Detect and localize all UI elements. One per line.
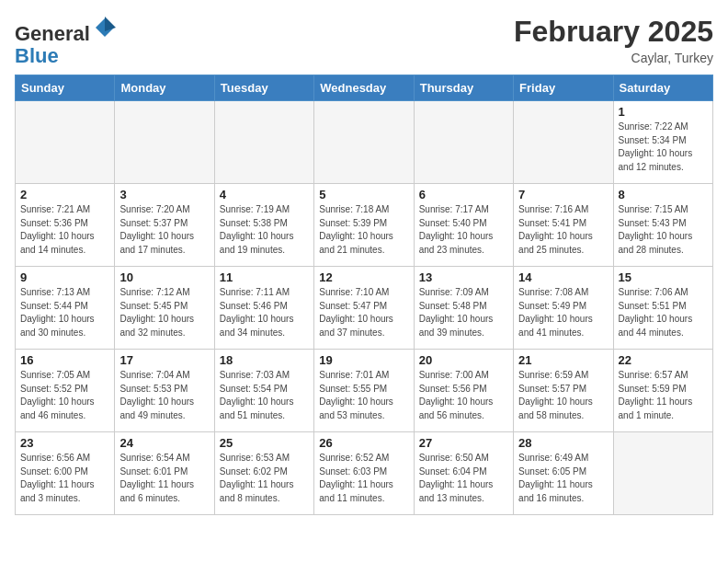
day-info: Sunrise: 7:18 AM Sunset: 5:39 PM Dayligh… — [319, 203, 408, 257]
page-header: General Blue February 2025 Caylar, Turke… — [15, 15, 713, 67]
calendar-day-cell — [16, 101, 115, 184]
day-number: 21 — [518, 353, 608, 367]
calendar-day-cell: 28Sunrise: 6:49 AM Sunset: 6:05 PM Dayli… — [514, 432, 613, 515]
calendar-day-cell: 10Sunrise: 7:12 AM Sunset: 5:45 PM Dayli… — [115, 267, 214, 350]
logo-blue: Blue — [15, 44, 59, 67]
day-number: 9 — [20, 270, 109, 284]
calendar-week-row: 2Sunrise: 7:21 AM Sunset: 5:36 PM Daylig… — [16, 184, 713, 267]
weekday-header-row: SundayMondayTuesdayWednesdayThursdayFrid… — [16, 75, 713, 101]
calendar-day-cell: 15Sunrise: 7:06 AM Sunset: 5:51 PM Dayli… — [613, 267, 712, 350]
weekday-header: Friday — [514, 75, 613, 101]
day-number: 22 — [619, 353, 708, 367]
day-number: 14 — [518, 270, 608, 284]
calendar-week-row: 1Sunrise: 7:22 AM Sunset: 5:34 PM Daylig… — [16, 101, 713, 184]
weekday-header: Monday — [115, 75, 214, 101]
calendar-day-cell: 12Sunrise: 7:10 AM Sunset: 5:47 PM Dayli… — [314, 267, 414, 350]
day-info: Sunrise: 7:08 AM Sunset: 5:49 PM Dayligh… — [518, 286, 608, 339]
calendar-day-cell: 11Sunrise: 7:11 AM Sunset: 5:46 PM Dayli… — [214, 267, 313, 350]
calendar-day-cell — [613, 432, 712, 515]
day-number: 11 — [220, 270, 309, 284]
day-info: Sunrise: 7:00 AM Sunset: 5:56 PM Dayligh… — [419, 369, 508, 422]
calendar-day-cell: 19Sunrise: 7:01 AM Sunset: 5:55 PM Dayli… — [314, 350, 414, 432]
calendar-day-cell: 23Sunrise: 6:56 AM Sunset: 6:00 PM Dayli… — [16, 432, 115, 515]
day-info: Sunrise: 6:53 AM Sunset: 6:02 PM Dayligh… — [220, 452, 309, 505]
day-info: Sunrise: 7:03 AM Sunset: 5:54 PM Dayligh… — [220, 369, 309, 422]
logo: General Blue — [15, 15, 118, 67]
day-info: Sunrise: 7:16 AM Sunset: 5:41 PM Dayligh… — [518, 203, 608, 257]
day-info: Sunrise: 7:11 AM Sunset: 5:46 PM Dayligh… — [220, 286, 309, 339]
location: Caylar, Turkey — [514, 51, 713, 65]
calendar-day-cell: 26Sunrise: 6:52 AM Sunset: 6:03 PM Dayli… — [314, 432, 414, 515]
weekday-header: Wednesday — [314, 75, 414, 101]
calendar-week-row: 9Sunrise: 7:13 AM Sunset: 5:44 PM Daylig… — [16, 267, 713, 350]
day-info: Sunrise: 7:10 AM Sunset: 5:47 PM Dayligh… — [319, 286, 408, 339]
day-info: Sunrise: 6:57 AM Sunset: 5:59 PM Dayligh… — [619, 369, 708, 422]
day-number: 26 — [319, 436, 408, 450]
day-number: 13 — [419, 270, 508, 284]
weekday-header: Saturday — [613, 75, 712, 101]
calendar-day-cell: 20Sunrise: 7:00 AM Sunset: 5:56 PM Dayli… — [414, 350, 513, 432]
day-number: 20 — [419, 353, 508, 367]
day-number: 15 — [619, 270, 708, 284]
day-number: 27 — [419, 436, 508, 450]
calendar-day-cell: 6Sunrise: 7:17 AM Sunset: 5:40 PM Daylig… — [414, 184, 513, 267]
calendar-day-cell — [314, 101, 414, 184]
calendar-day-cell: 25Sunrise: 6:53 AM Sunset: 6:02 PM Dayli… — [214, 432, 313, 515]
day-info: Sunrise: 7:12 AM Sunset: 5:45 PM Dayligh… — [119, 286, 209, 339]
logo-icon — [92, 15, 118, 40]
day-info: Sunrise: 7:13 AM Sunset: 5:44 PM Dayligh… — [20, 286, 109, 339]
day-number: 5 — [319, 188, 408, 201]
day-number: 4 — [220, 188, 309, 201]
calendar-day-cell — [115, 101, 214, 184]
calendar-day-cell: 3Sunrise: 7:20 AM Sunset: 5:37 PM Daylig… — [115, 184, 214, 267]
day-number: 1 — [619, 105, 708, 119]
logo-general: General — [15, 22, 90, 45]
day-info: Sunrise: 6:56 AM Sunset: 6:00 PM Dayligh… — [20, 452, 109, 505]
day-info: Sunrise: 7:17 AM Sunset: 5:40 PM Dayligh… — [419, 203, 508, 257]
day-number: 23 — [20, 436, 109, 450]
day-info: Sunrise: 7:15 AM Sunset: 5:43 PM Dayligh… — [619, 203, 708, 257]
day-info: Sunrise: 7:06 AM Sunset: 5:51 PM Dayligh… — [619, 286, 708, 339]
day-number: 19 — [319, 353, 408, 367]
calendar-day-cell: 7Sunrise: 7:16 AM Sunset: 5:41 PM Daylig… — [514, 184, 613, 267]
calendar-day-cell: 24Sunrise: 6:54 AM Sunset: 6:01 PM Dayli… — [115, 432, 214, 515]
calendar-day-cell: 1Sunrise: 7:22 AM Sunset: 5:34 PM Daylig… — [613, 101, 712, 184]
calendar-day-cell: 4Sunrise: 7:19 AM Sunset: 5:38 PM Daylig… — [214, 184, 313, 267]
calendar-day-cell: 13Sunrise: 7:09 AM Sunset: 5:48 PM Dayli… — [414, 267, 513, 350]
calendar-day-cell: 5Sunrise: 7:18 AM Sunset: 5:39 PM Daylig… — [314, 184, 414, 267]
day-info: Sunrise: 7:01 AM Sunset: 5:55 PM Dayligh… — [319, 369, 408, 422]
day-info: Sunrise: 7:22 AM Sunset: 5:34 PM Dayligh… — [619, 121, 708, 174]
calendar-week-row: 16Sunrise: 7:05 AM Sunset: 5:52 PM Dayli… — [16, 350, 713, 432]
day-number: 28 — [518, 436, 608, 450]
day-info: Sunrise: 6:49 AM Sunset: 6:05 PM Dayligh… — [518, 452, 608, 505]
day-number: 2 — [20, 188, 109, 201]
day-info: Sunrise: 7:05 AM Sunset: 5:52 PM Dayligh… — [20, 369, 109, 422]
weekday-header: Thursday — [414, 75, 513, 101]
calendar-day-cell: 21Sunrise: 6:59 AM Sunset: 5:57 PM Dayli… — [514, 350, 613, 432]
calendar-table: SundayMondayTuesdayWednesdayThursdayFrid… — [15, 75, 713, 515]
day-number: 24 — [119, 436, 209, 450]
day-info: Sunrise: 6:50 AM Sunset: 6:04 PM Dayligh… — [419, 452, 508, 505]
day-info: Sunrise: 6:54 AM Sunset: 6:01 PM Dayligh… — [119, 452, 209, 505]
calendar-day-cell: 2Sunrise: 7:21 AM Sunset: 5:36 PM Daylig… — [16, 184, 115, 267]
day-info: Sunrise: 7:09 AM Sunset: 5:48 PM Dayligh… — [419, 286, 508, 339]
weekday-header: Tuesday — [214, 75, 313, 101]
day-number: 25 — [220, 436, 309, 450]
calendar-day-cell: 18Sunrise: 7:03 AM Sunset: 5:54 PM Dayli… — [214, 350, 313, 432]
calendar-day-cell: 9Sunrise: 7:13 AM Sunset: 5:44 PM Daylig… — [16, 267, 115, 350]
day-number: 6 — [419, 188, 508, 201]
day-info: Sunrise: 7:04 AM Sunset: 5:53 PM Dayligh… — [119, 369, 209, 422]
calendar-day-cell — [414, 101, 513, 184]
calendar-day-cell — [214, 101, 313, 184]
day-number: 12 — [319, 270, 408, 284]
calendar-week-row: 23Sunrise: 6:56 AM Sunset: 6:00 PM Dayli… — [16, 432, 713, 515]
calendar-day-cell: 8Sunrise: 7:15 AM Sunset: 5:43 PM Daylig… — [613, 184, 712, 267]
weekday-header: Sunday — [16, 75, 115, 101]
day-info: Sunrise: 7:21 AM Sunset: 5:36 PM Dayligh… — [20, 203, 109, 257]
calendar-day-cell — [514, 101, 613, 184]
day-number: 18 — [220, 353, 309, 367]
day-number: 8 — [619, 188, 708, 201]
calendar-day-cell: 16Sunrise: 7:05 AM Sunset: 5:52 PM Dayli… — [16, 350, 115, 432]
calendar-day-cell: 22Sunrise: 6:57 AM Sunset: 5:59 PM Dayli… — [613, 350, 712, 432]
calendar-day-cell: 27Sunrise: 6:50 AM Sunset: 6:04 PM Dayli… — [414, 432, 513, 515]
